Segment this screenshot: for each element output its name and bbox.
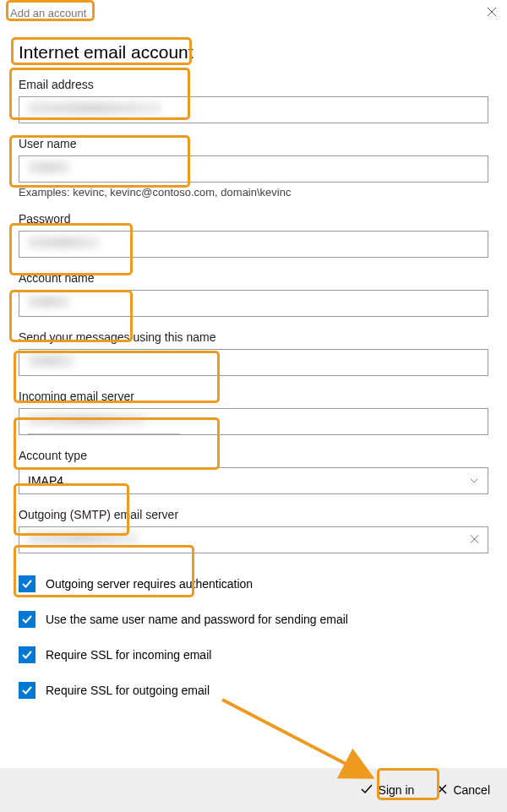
password-label: Password: [19, 212, 488, 226]
clear-icon[interactable]: [470, 534, 479, 547]
email-label: Email address: [19, 78, 488, 91]
page-title: Internet email account: [19, 42, 488, 63]
username-help: Examples: kevinc, kevinc@contoso.com, do…: [19, 186, 488, 199]
password-field[interactable]: [19, 231, 488, 258]
signin-button[interactable]: Sign in: [352, 777, 423, 804]
accounttype-select[interactable]: IMAP4: [19, 467, 488, 494]
checkbox-outgoing-auth[interactable]: [19, 575, 35, 592]
outgoing-label: Outgoing (SMTP) email server: [19, 508, 488, 521]
checkbox-same-creds[interactable]: [19, 611, 35, 628]
svg-line-0: [222, 700, 372, 777]
accounttype-label: Account type: [19, 449, 488, 462]
checkbox-ssl-outgoing-label: Require SSL for outgoing email: [46, 684, 210, 697]
sendname-field[interactable]: [19, 349, 488, 376]
x-icon: [436, 783, 448, 798]
accountname-label: Account name: [19, 271, 488, 285]
checkbox-ssl-incoming-label: Require SSL for incoming email: [46, 648, 211, 662]
cancel-button[interactable]: Cancel: [428, 778, 499, 803]
cancel-label: Cancel: [453, 783, 490, 797]
accounttype-value: IMAP4: [28, 474, 63, 488]
sendname-label: Send your messages using this name: [19, 330, 488, 344]
checkbox-outgoing-auth-label: Outgoing server requires authentication: [46, 577, 253, 591]
incoming-label: Incoming email server: [19, 390, 488, 403]
outgoing-field[interactable]: [19, 526, 488, 553]
checkbox-ssl-incoming[interactable]: [19, 646, 35, 663]
checkbox-same-creds-label: Use the same user name and password for …: [46, 613, 348, 626]
close-icon[interactable]: [487, 6, 497, 19]
email-field[interactable]: [19, 96, 488, 123]
username-label: User name: [19, 137, 488, 150]
checkbox-ssl-outgoing[interactable]: [19, 682, 35, 699]
incoming-field[interactable]: [19, 408, 488, 435]
accountname-field[interactable]: [19, 290, 488, 317]
window-title: Add an account: [10, 7, 86, 19]
chevron-down-icon: [469, 476, 479, 486]
check-icon: [360, 782, 373, 798]
username-field[interactable]: [19, 155, 488, 183]
signin-label: Sign in: [379, 783, 415, 797]
